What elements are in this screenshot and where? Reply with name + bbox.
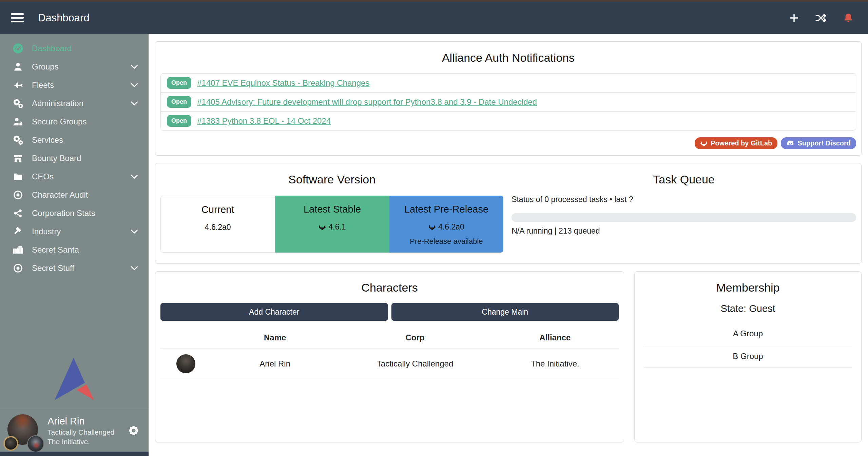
sidebar-item-corporation-stats[interactable]: Corporation Stats xyxy=(0,204,149,222)
col-header-name: Name xyxy=(211,333,339,342)
software-version-title: Software Version xyxy=(160,173,503,186)
sidebar-item-label: Services xyxy=(32,135,63,145)
menu-hamburger-icon[interactable] xyxy=(11,11,24,24)
characters-panel: Characters Add Character Change Main Nam… xyxy=(155,271,624,442)
col-header-alliance: Alliance xyxy=(491,333,619,342)
notification-row: Open #1383 Python 3.8 EOL - 14 Oct 2024 xyxy=(161,111,856,130)
discord-icon xyxy=(786,140,794,147)
character-corp: Tactically Challenged xyxy=(339,359,491,369)
task-queue-status: Status of 0 processed tasks • last ? xyxy=(512,195,856,204)
col-header-corp: Corp xyxy=(339,333,491,342)
notification-row: Open #1405 Advisory: Future development … xyxy=(161,92,856,111)
version-cell-current: Current 4.6.2a0 xyxy=(160,196,275,253)
sidebar-item-label: Industry xyxy=(32,227,61,236)
sidebar-item-label: Secure Groups xyxy=(32,117,86,126)
sidebar-item-services[interactable]: Services xyxy=(0,131,149,149)
sidebar-item-label: Secret Santa xyxy=(32,245,79,255)
chevron-down-icon xyxy=(130,229,138,235)
table-row: Ariel Rin Tactically Challenged The Init… xyxy=(160,349,619,379)
page-title: Dashboard xyxy=(38,12,90,24)
list-item: A Group xyxy=(644,322,852,345)
sidebar-item-label: Fleets xyxy=(32,80,54,90)
chevron-down-icon xyxy=(130,265,138,271)
task-queue-title: Task Queue xyxy=(512,173,856,186)
status-badge: Open xyxy=(167,115,191,127)
notification-row: Open #1407 EVE Equinox Status - Breaking… xyxy=(161,74,856,92)
user-corp: Tactically Challenged xyxy=(47,428,114,437)
sidebar-item-fleets[interactable]: Fleets xyxy=(0,76,149,94)
gifts-icon xyxy=(10,245,26,255)
user-lock-icon xyxy=(10,117,26,127)
character-alliance: The Initiative. xyxy=(491,359,619,369)
chevron-down-icon xyxy=(130,174,138,180)
alliance-auth-logo xyxy=(54,357,95,401)
corp-logo-badge xyxy=(3,436,18,451)
add-plus-icon[interactable] xyxy=(789,13,799,23)
sidebar-item-industry[interactable]: Industry xyxy=(0,222,149,241)
sidebar-item-secure-groups[interactable]: Secure Groups xyxy=(0,113,149,131)
store-icon xyxy=(10,153,26,163)
sidebar-item-label: Character Audit xyxy=(32,190,88,200)
gauge-icon xyxy=(10,43,26,54)
powered-by-gitlab-badge[interactable]: Powered by GitLab xyxy=(695,137,777,149)
add-character-button[interactable]: Add Character xyxy=(160,303,388,321)
sidebar-item-label: Corporation Stats xyxy=(32,209,95,218)
main-content: Alliance Auth Notifications Open #1407 E… xyxy=(149,34,868,456)
notifications-bell-icon[interactable] xyxy=(843,13,854,23)
shuffle-icon[interactable] xyxy=(815,13,827,23)
sidebar-item-secret-santa[interactable]: Secret Santa xyxy=(0,241,149,259)
alliance-logo-badge xyxy=(27,435,44,452)
version-cell-latest-stable: Latest Stable 4.6.1 xyxy=(275,196,389,253)
chevron-down-icon xyxy=(130,82,138,88)
task-queue-counts: N/A running | 213 queued xyxy=(512,226,856,236)
version-cell-latest-prerelease: Latest Pre-Release 4.6.2a0 Pre-Release a… xyxy=(389,196,503,253)
character-name: Ariel Rin xyxy=(211,359,339,369)
support-discord-badge[interactable]: Support Discord xyxy=(781,137,856,149)
sidebar-item-administration[interactable]: Administration xyxy=(0,94,149,113)
task-queue-section: Task Queue Status of 0 processed tasks •… xyxy=(503,173,856,253)
membership-state: State: Guest xyxy=(640,303,856,314)
sidebar-item-secret-stuff[interactable]: Secret Stuff xyxy=(0,259,149,277)
gitlab-icon xyxy=(428,224,436,231)
status-badge: Open xyxy=(167,77,191,89)
sidebar-item-label: Dashboard xyxy=(32,44,72,53)
user-alliance: The Initiative. xyxy=(47,437,114,447)
notification-link[interactable]: #1407 EVE Equinox Status - Breaking Chan… xyxy=(197,78,369,88)
status-badge: Open xyxy=(167,96,191,108)
sidebar-bottom-strip xyxy=(0,452,149,456)
eye-icon xyxy=(10,190,26,200)
settings-gear-icon[interactable] xyxy=(128,424,140,437)
sidebar-item-label: Bounty Board xyxy=(32,154,81,163)
sidebar: Dashboard Groups Fleets xyxy=(0,34,149,456)
share-icon xyxy=(10,209,26,218)
hammer-icon xyxy=(10,226,26,237)
notifications-list: Open #1407 EVE Equinox Status - Breaking… xyxy=(160,73,856,131)
sidebar-item-label: Administration xyxy=(32,99,83,108)
notifications-title: Alliance Auth Notifications xyxy=(160,51,856,64)
notifications-panel: Alliance Auth Notifications Open #1407 E… xyxy=(155,41,862,156)
gears-icon xyxy=(10,135,26,145)
sidebar-item-label: CEOs xyxy=(32,172,54,181)
sidebar-item-label: Secret Stuff xyxy=(32,263,74,273)
folder-icon xyxy=(10,172,26,182)
chevron-down-icon xyxy=(130,64,138,70)
prerelease-note: Pre-Release available xyxy=(389,237,503,246)
user-name: Ariel Rin xyxy=(47,415,114,428)
change-main-button[interactable]: Change Main xyxy=(391,303,619,321)
sidebar-item-groups[interactable]: Groups xyxy=(0,58,149,76)
fighter-jet-icon xyxy=(10,80,26,90)
characters-table: Name Corp Alliance Ariel Rin Tactically … xyxy=(160,328,619,379)
user-panel: Ariel Rin Tactically Challenged The Init… xyxy=(0,409,149,452)
sidebar-item-character-audit[interactable]: Character Audit xyxy=(0,186,149,204)
notification-link[interactable]: #1383 Python 3.8 EOL - 14 Oct 2024 xyxy=(197,116,331,126)
membership-title: Membership xyxy=(640,281,856,294)
sidebar-item-ceos[interactable]: CEOs xyxy=(0,167,149,186)
sidebar-item-dashboard[interactable]: Dashboard xyxy=(0,39,149,58)
notification-link[interactable]: #1405 Advisory: Future development will … xyxy=(197,97,537,107)
sidebar-item-bounty-board[interactable]: Bounty Board xyxy=(0,149,149,167)
characters-title: Characters xyxy=(160,281,619,294)
gears-icon xyxy=(10,98,26,109)
top-navbar: Dashboard xyxy=(0,0,868,34)
version-taskqueue-panel: Software Version Current 4.6.2a0 Latest … xyxy=(155,163,862,264)
gitlab-icon xyxy=(319,224,326,231)
